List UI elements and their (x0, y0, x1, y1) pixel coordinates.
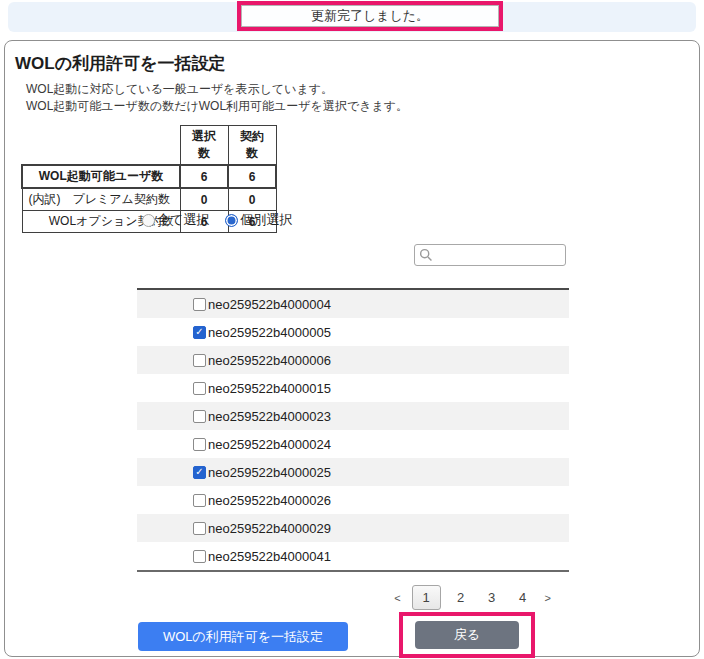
user-row[interactable]: neo259522b4000025 (137, 458, 569, 486)
pagination-next[interactable]: > (543, 592, 553, 604)
user-row[interactable]: neo259522b4000005 (137, 318, 569, 346)
checkbox-icon[interactable] (193, 494, 206, 507)
pagination-prev[interactable]: < (392, 592, 402, 604)
annotation-highlight-back: 戻る (399, 612, 535, 658)
summary-row-wol-capable: WOL起動可能ユーザ数 6 6 (22, 165, 276, 188)
pagination-page-1[interactable]: 1 (412, 585, 441, 610)
user-row[interactable]: neo259522b4000004 (137, 290, 569, 318)
summary-blank-header (22, 126, 180, 166)
checkbox-icon[interactable] (193, 354, 206, 367)
summary-col-selected: 選択数 (180, 126, 228, 166)
user-row[interactable]: neo259522b4000023 (137, 402, 569, 430)
summary-selected-count: 6 (180, 165, 228, 188)
selection-mode: 全て選択 個別選択 (142, 211, 292, 229)
user-row[interactable]: neo259522b4000029 (137, 514, 569, 542)
user-row[interactable]: neo259522b4000026 (137, 486, 569, 514)
checkbox-icon[interactable] (193, 550, 206, 563)
user-id: neo259522b4000005 (208, 325, 331, 340)
status-message-box: 更新完了しました。 (241, 5, 499, 27)
checkbox-icon[interactable] (193, 326, 206, 339)
search-box (414, 244, 566, 266)
user-list: neo259522b4000004 neo259522b4000005 neo2… (137, 288, 569, 572)
radio-label-select-all: 全て選択 (157, 211, 209, 229)
description-line-2: WOL起動可能ユーザ数の数だけWOL利用可能ユーザを選択できます。 (26, 98, 408, 115)
user-id: neo259522b4000029 (208, 521, 331, 536)
user-id: neo259522b4000025 (208, 465, 331, 480)
page-title: WOLの利用許可を一括設定 (15, 52, 225, 75)
search-input[interactable] (414, 244, 566, 266)
description-line-1: WOL起動に対応している一般ユーザを表示しています。 (26, 81, 408, 98)
summary-row-label: WOL起動可能ユーザ数 (22, 165, 180, 188)
summary-contracted-count: 6 (228, 165, 276, 188)
radio-label-select-individual: 個別選択 (240, 211, 292, 229)
pagination: < 1 2 3 4 > (392, 585, 553, 610)
user-row[interactable]: neo259522b4000006 (137, 346, 569, 374)
user-id: neo259522b4000015 (208, 381, 331, 396)
summary-contracted-count: 0 (228, 188, 276, 211)
user-id: neo259522b4000023 (208, 409, 331, 424)
checkbox-icon[interactable] (193, 410, 206, 423)
checkbox-icon[interactable] (193, 298, 206, 311)
pagination-page-4[interactable]: 4 (512, 586, 534, 609)
checkbox-icon[interactable] (193, 382, 206, 395)
page: 更新完了しました。 WOLの利用許可を一括設定 WOL起動に対応している一般ユー… (0, 0, 704, 659)
user-row[interactable]: neo259522b4000041 (137, 542, 569, 570)
summary-col-contracted: 契約数 (228, 126, 276, 166)
search-icon (419, 248, 433, 262)
pagination-page-2[interactable]: 2 (450, 586, 472, 609)
user-id: neo259522b4000024 (208, 437, 331, 452)
checkbox-icon[interactable] (193, 522, 206, 535)
user-id: neo259522b4000004 (208, 297, 331, 312)
user-row[interactable]: neo259522b4000024 (137, 430, 569, 458)
main-panel: WOLの利用許可を一括設定 WOL起動に対応している一般ユーザを表示しています。… (4, 40, 700, 657)
radio-icon[interactable] (225, 214, 238, 227)
radio-select-all[interactable]: 全て選択 (142, 211, 209, 229)
user-id: neo259522b4000006 (208, 353, 331, 368)
user-row[interactable]: neo259522b4000015 (137, 374, 569, 402)
summary-selected-count: 0 (180, 188, 228, 211)
summary-row-label: (内訳) プレミアム契約数 (22, 188, 180, 211)
summary-header-row: 選択数 契約数 (22, 126, 276, 166)
annotation-highlight-banner: 更新完了しました。 (237, 1, 503, 31)
pagination-page-3[interactable]: 3 (481, 586, 503, 609)
checkbox-icon[interactable] (193, 438, 206, 451)
radio-icon[interactable] (142, 214, 155, 227)
page-description: WOL起動に対応している一般ユーザを表示しています。 WOL起動可能ユーザ数の数… (26, 81, 408, 115)
radio-select-individual[interactable]: 個別選択 (225, 211, 292, 229)
user-id: neo259522b4000041 (208, 549, 331, 564)
submit-button[interactable]: WOLの利用許可を一括設定 (138, 622, 348, 651)
summary-row-premium: (内訳) プレミアム契約数 0 0 (22, 188, 276, 211)
user-id: neo259522b4000026 (208, 493, 331, 508)
checkbox-icon[interactable] (193, 466, 206, 479)
back-button[interactable]: 戻る (415, 621, 519, 649)
status-message: 更新完了しました。 (311, 7, 429, 25)
